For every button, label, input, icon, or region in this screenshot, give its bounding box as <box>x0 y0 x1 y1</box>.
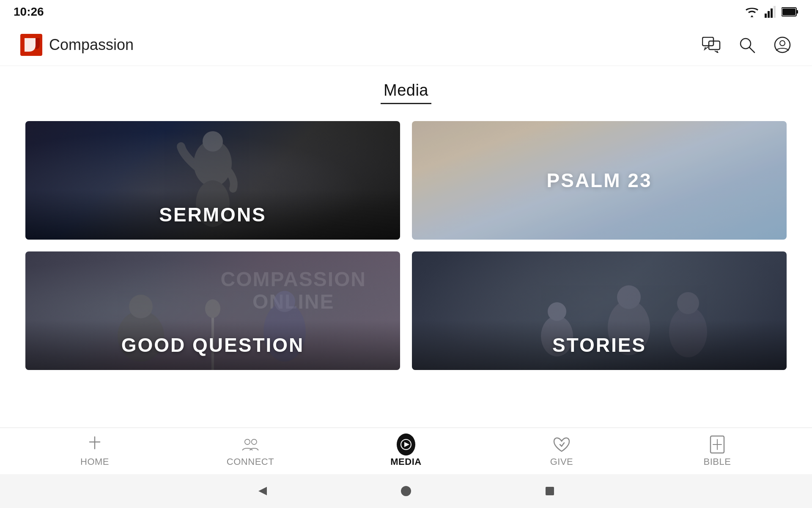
stories-card[interactable]: STORIES <box>412 251 787 370</box>
tab-media-label: MEDIA <box>390 456 421 467</box>
top-nav: Compassion <box>0 24 812 66</box>
tab-connect-label: CONNECT <box>227 456 274 467</box>
svg-rect-5 <box>796 10 798 14</box>
chat-icon-button[interactable] <box>702 36 721 54</box>
battery-icon <box>782 7 798 17</box>
user-icon <box>774 36 791 53</box>
tab-connect[interactable]: CONNECT <box>173 435 328 467</box>
svg-marker-34 <box>404 442 409 447</box>
page-header: Media <box>0 66 812 104</box>
page-title-underline <box>381 103 431 104</box>
android-recents-button[interactable] <box>541 483 558 500</box>
goodquestion-label: GOOD QUESTION <box>25 320 400 370</box>
svg-point-26 <box>617 285 641 309</box>
psalm23-label: PSALM 23 <box>412 121 787 240</box>
content-grid: SERMONS PSALM 23 COMPASSIONONLINE <box>0 104 812 378</box>
psalm23-bg: PSALM 23 <box>412 121 787 240</box>
chat-icon <box>702 37 721 53</box>
svg-point-28 <box>677 292 699 314</box>
android-home-button[interactable] <box>398 483 414 500</box>
stories-label: STORIES <box>412 320 787 370</box>
nav-actions <box>702 36 792 54</box>
tab-give-label: GIVE <box>550 456 573 467</box>
svg-rect-6 <box>782 8 796 15</box>
tab-give[interactable]: GIVE <box>484 435 639 467</box>
stories-text: STORIES <box>552 334 646 356</box>
sermons-label: SERMONS <box>25 190 400 240</box>
svg-rect-40 <box>546 487 554 495</box>
psalm23-card[interactable]: PSALM 23 <box>412 121 787 240</box>
bible-icon <box>708 435 727 454</box>
svg-point-24 <box>548 302 566 321</box>
page-title: Media <box>384 81 428 99</box>
svg-line-11 <box>749 47 754 52</box>
svg-rect-3 <box>774 6 776 18</box>
tab-media[interactable]: MEDIA <box>328 435 484 467</box>
svg-point-31 <box>245 439 250 444</box>
goodquestion-text: GOOD QUESTION <box>121 334 304 356</box>
tab-bible[interactable]: BIBLE <box>639 435 795 467</box>
goodquestion-bg: COMPASSIONONLINE GOOD QUESTION <box>25 251 400 370</box>
search-icon <box>738 36 755 53</box>
svg-point-22 <box>205 299 220 318</box>
sermons-bg: SERMONS <box>25 121 400 240</box>
svg-marker-38 <box>258 487 267 495</box>
psalm23-text: PSALM 23 <box>547 169 652 192</box>
sermons-card[interactable]: SERMONS <box>25 121 400 240</box>
tab-bible-label: BIBLE <box>704 456 731 467</box>
tab-home[interactable]: HOME <box>17 435 173 467</box>
goodquestion-card[interactable]: COMPASSIONONLINE GOOD QUESTION <box>25 251 400 370</box>
search-icon-button[interactable] <box>738 36 756 54</box>
svg-point-13 <box>780 41 785 46</box>
sermons-text: SERMONS <box>159 203 266 226</box>
svg-point-15 <box>203 131 223 152</box>
media-icon <box>397 435 415 454</box>
status-time: 10:26 <box>14 5 44 19</box>
signal-icon <box>765 6 776 18</box>
wifi-icon <box>744 6 760 18</box>
bottom-tab-bar: HOME CONNECT MEDIA <box>0 428 812 474</box>
svg-point-39 <box>401 486 411 496</box>
user-icon-button[interactable] <box>773 36 792 54</box>
brand-name: Compassion <box>49 36 134 54</box>
svg-rect-0 <box>765 14 767 18</box>
status-icons <box>744 6 798 18</box>
tab-home-label: HOME <box>80 456 109 467</box>
brand: Compassion <box>20 34 134 56</box>
media-active-indicator <box>397 433 415 456</box>
stories-bg: STORIES <box>412 251 787 370</box>
android-back-button[interactable] <box>254 483 271 500</box>
svg-rect-1 <box>768 11 770 18</box>
android-nav-bar <box>0 474 812 508</box>
give-icon <box>552 435 571 454</box>
home-icon <box>85 435 104 454</box>
svg-point-18 <box>129 295 153 318</box>
svg-rect-2 <box>771 8 773 18</box>
svg-point-32 <box>252 439 257 444</box>
svg-point-20 <box>274 291 295 312</box>
status-bar: 10:26 <box>0 0 812 24</box>
connect-icon <box>241 435 260 454</box>
brand-logo <box>20 34 42 56</box>
